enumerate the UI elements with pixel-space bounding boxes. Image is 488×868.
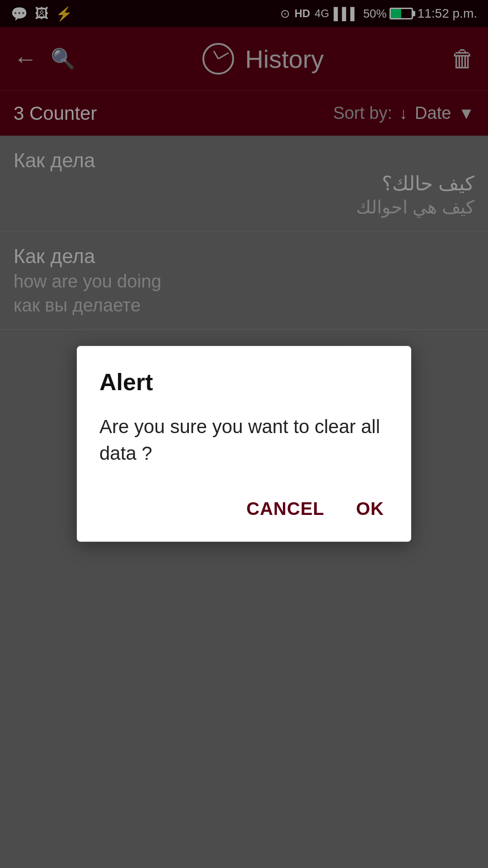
dialog-buttons: CANCEL OK	[99, 494, 389, 524]
ok-button[interactable]: OK	[352, 494, 389, 524]
alert-dialog: Alert Are you sure you want to clear all…	[77, 346, 411, 542]
dialog-message: Are you sure you want to clear all data …	[99, 414, 389, 467]
dialog-title: Alert	[99, 368, 389, 396]
cancel-button[interactable]: CANCEL	[242, 494, 329, 524]
